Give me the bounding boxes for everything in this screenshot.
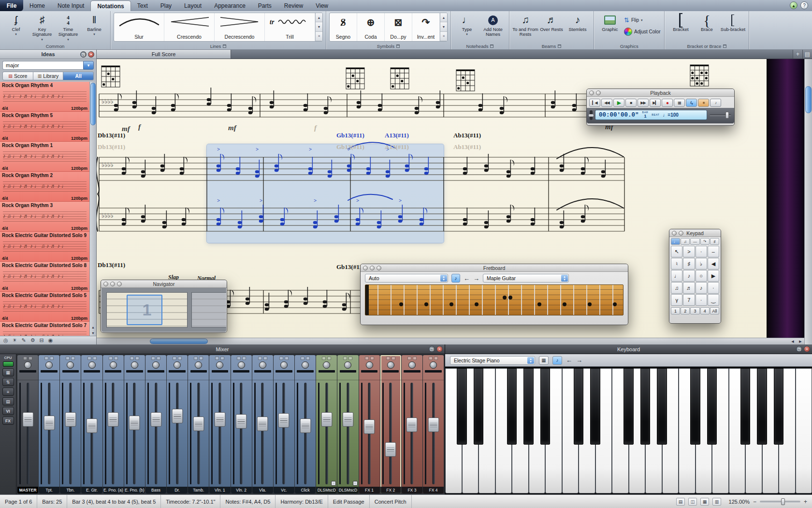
ideas-tab-score[interactable]: ▤ Score [2,72,33,80]
graphic-button[interactable]: Graphic [597,13,623,32]
ideas-tab-library[interactable]: ▥ Library [33,72,64,80]
mixer-strip-dlsmscd-14[interactable]: ◦DLSMscD [316,355,337,493]
ribbon-tab-appearance[interactable]: Appearance [208,0,252,11]
navigator-pages[interactable]: 1 2 [102,288,226,332]
piano-black-key-20[interactable] [774,368,783,445]
keypad-page-3[interactable]: 3 [690,307,699,314]
keypad-layout-tab-2[interactable]: ♫ [681,238,690,245]
dynamic-marking[interactable]: f [314,124,317,132]
scroll-down-icon[interactable]: ▼ [90,330,96,336]
coda-gallery-item[interactable]: ⊕ Coda [357,13,385,41]
status-item-page-1-of-6[interactable]: Page 1 of 6 [0,495,37,508]
mixer-strip-dlsmscd-15[interactable]: ◦DLSMscD [337,355,358,493]
help-button[interactable]: ? [800,1,808,9]
ribbon-tab-notations[interactable]: Notations [90,0,130,11]
keypad-layout-tab-3[interactable]: — [690,238,699,245]
scroll-right-icon[interactable]: ▶ [797,338,804,344]
keypad-key-r2c1[interactable]: ♮ [671,258,682,269]
navigator-view-rectangle[interactable] [127,295,162,325]
fretboard-titlebar[interactable]: Fretboard [361,264,628,272]
fretboard-prev-icon[interactable]: ← [464,275,470,282]
mixer-strip-click-13[interactable]: Click [295,355,316,493]
pan-knob[interactable] [408,361,416,369]
plugin-badge-icon[interactable]: ◦ [331,481,336,486]
mixer-fx-button[interactable]: FX [2,417,14,425]
gallery-scroll-down-icon[interactable]: ▼ [440,22,447,31]
pan-knob[interactable] [152,361,160,369]
fader-handle[interactable] [321,412,332,427]
piano-black-key-19[interactable] [757,368,767,445]
window-zoom-icon[interactable] [117,282,122,286]
vertical-scrollbar-thumb[interactable] [805,86,812,113]
barline-button[interactable]: ‖ Barline ▾ [81,13,107,36]
scroll-left-icon[interactable]: ◀ [789,338,797,344]
window-close-icon[interactable] [363,266,368,270]
piano-black-key-8[interactable] [574,368,583,445]
keypad-key-r4c4[interactable]: · [708,282,719,294]
dialog-launcher-icon[interactable] [723,45,726,48]
keypad-key-r4c3[interactable]: ♪ [696,282,707,294]
fader-handle[interactable] [214,412,225,427]
window-minimize-icon[interactable] [596,90,601,95]
mixer-strip-vln-1-9[interactable]: Vln. 1 [209,355,230,493]
ribbon-tab-parts[interactable]: Parts [252,0,278,11]
crescendo-gallery-item[interactable]: Crescendo [164,13,215,41]
rename-idea-icon[interactable]: ⚙ [30,337,35,344]
keypad-page-4[interactable]: 4 [700,307,710,314]
gallery-scrollbar[interactable]: ▲ ▼ ≡ [440,13,447,41]
navigator-page-2[interactable]: 2 [191,292,226,328]
mixer-strip-bass-6[interactable]: Bass [145,355,166,493]
idea-list-item[interactable]: Rock Electric Guitar Distorted Solo 7♪♫♩… [0,322,89,336]
fader-handle[interactable] [428,418,439,432]
keypad-key-r5c1[interactable]: γ [671,294,682,306]
mixer-strip-master-0[interactable]: MASTER [17,355,38,493]
chord-symbol[interactable]: Ab13(#11) [453,143,481,151]
keypad-key-r4c2[interactable]: ♬ [683,282,695,294]
keypad-page-2[interactable]: 2 [681,307,690,314]
ribbon-tab-text[interactable]: Text [131,0,154,11]
keyboard-octave-up-icon[interactable]: → [576,357,582,364]
mixer-strips-button[interactable]: ≡ [2,388,14,396]
bracket-button[interactable]: Bracket [667,13,694,32]
view-pages-icon[interactable]: ◫ [688,498,697,506]
keypad-key-r3c1[interactable]: ♩ [671,270,682,282]
transport-stop-button[interactable]: ■ [625,99,637,107]
gallery-scroll-up-icon[interactable]: ▲ [316,13,322,22]
status-item-timecode[interactable]: Timecode: 7.2"-10.1" [161,495,220,508]
ribbon-tab-review[interactable]: Review [278,0,309,11]
zoom-slider[interactable] [760,501,800,503]
chord-symbol[interactable]: A13(#11) [385,143,409,151]
fretboard-note-size-button[interactable]: ♪ [451,274,460,283]
status-item-edit-passage[interactable]: Edit Passage [328,495,370,508]
zoom-slider-thumb[interactable] [781,498,785,505]
mixer-strip-fx-1-16[interactable]: FX 1 [359,355,380,493]
piano-black-key-16[interactable] [707,368,717,445]
idea-list-item[interactable]: Rock Electric Guitar Distorted Solo 9♪♫♩… [0,232,89,262]
mixer-strip-dr-7[interactable]: Dr. [167,355,188,493]
tab-list-button[interactable]: ▤ [802,50,812,59]
stemlets-button[interactable]: ♪ Stemlets [565,13,591,32]
brace-button[interactable]: { Brace [694,13,720,32]
piano-black-key-1[interactable] [457,368,466,445]
window-minimize-icon[interactable] [110,282,115,286]
mixer-strip-tamb-8[interactable]: Tamb. [188,355,209,493]
transport-play-button[interactable]: ▶ [613,99,624,107]
idea-list-item[interactable]: Rock Electric Guitar Distorted Solo 8♪♫♩… [0,262,89,292]
keypad-key-r3c3[interactable]: ○ [696,270,707,282]
dialog-launcher-icon[interactable] [558,45,561,48]
window-minimize-icon[interactable] [679,231,683,236]
keypad-key-r1c1[interactable]: ↖ [671,246,682,257]
pan-knob[interactable] [430,361,437,369]
transport-click-track-button[interactable]: ♪ [710,99,721,107]
transport-to-end-button[interactable]: ▶▎ [650,99,661,107]
piano-black-key-18[interactable] [740,368,750,445]
ribbon-tab-note-input[interactable]: Note Input [51,0,90,11]
pan-knob[interactable] [67,361,74,369]
idea-list-item[interactable]: Rock Electric Guitar Distorted Solo 5♪♫♩… [0,292,89,322]
keypad-key-r2c4[interactable]: ◀ [708,258,719,269]
fader-handle[interactable] [342,412,353,427]
chord-symbol[interactable]: Db13(#11) [98,143,125,151]
window-zoom-icon[interactable] [377,266,381,270]
mixer-strip-tbn-2[interactable]: Tbn. [60,355,81,493]
fretboard-display[interactable] [365,284,624,315]
